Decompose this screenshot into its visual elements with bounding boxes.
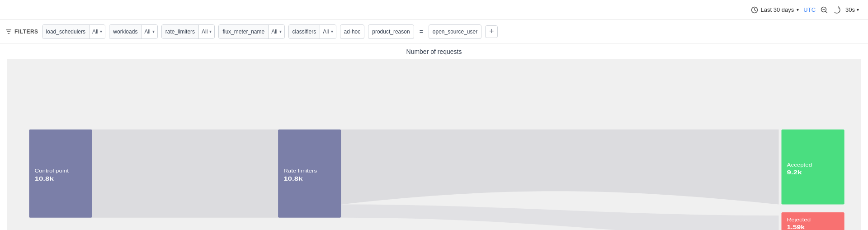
- top-bar: Last 30 days ▾ UTC 30s ▾: [0, 0, 868, 20]
- refresh-icon: [833, 6, 841, 14]
- interval-label: 30s: [845, 6, 855, 13]
- chevron-down-icon: ▾: [797, 7, 799, 12]
- chevron-down-icon-interval: ▾: [857, 7, 859, 12]
- filter-rate-limiters-label: rate_limiters: [162, 25, 199, 38]
- chevron-down-icon: ▾: [209, 29, 212, 34]
- filter-load-schedulers[interactable]: load_schedulers All ▾: [42, 24, 106, 39]
- time-controls: Last 30 days ▾ UTC 30s ▾: [751, 6, 859, 14]
- open-source-user-filter[interactable]: open_source_user: [429, 24, 481, 39]
- filter-rate-limiters[interactable]: rate_limiters All ▾: [161, 24, 215, 39]
- time-range-label: Last 30 days: [761, 6, 794, 13]
- chevron-down-icon: ▾: [152, 29, 155, 34]
- filter-workloads[interactable]: workloads All ▾: [109, 24, 157, 39]
- clock-icon: [751, 6, 758, 14]
- chevron-down-icon: ▾: [279, 29, 282, 34]
- svg-line-3: [826, 11, 827, 13]
- filter-load-schedulers-label: load_schedulers: [42, 25, 90, 38]
- filter-classifiers-label: classifiers: [289, 25, 321, 38]
- refresh-button[interactable]: [833, 6, 841, 14]
- filter-flux-meter-name-label: flux_meter_name: [219, 25, 269, 38]
- sankey-svg: Control point 10.8k Rate limiters 10.8k …: [7, 59, 861, 230]
- filter-workloads-label: workloads: [109, 25, 142, 38]
- filters-label-container: FILTERS: [5, 29, 38, 35]
- zoom-out-icon: [820, 6, 828, 14]
- filter-flux-meter-name-select[interactable]: All ▾: [269, 25, 284, 38]
- filter-workloads-value: All: [144, 29, 150, 35]
- filters-bar: FILTERS load_schedulers All ▾ workloads …: [0, 20, 868, 43]
- node-rejected-value: 1.59k: [787, 224, 805, 230]
- timezone-label[interactable]: UTC: [803, 6, 816, 13]
- chart-title: Number of requests: [7, 48, 861, 55]
- node-accepted-label: Accepted: [787, 162, 812, 168]
- chart-container: Number of requests Control point 10.8k R…: [0, 43, 868, 230]
- flow-cp-to-rl: [92, 129, 278, 218]
- filter-workloads-select[interactable]: All ▾: [142, 25, 157, 38]
- filter-flux-meter-name[interactable]: flux_meter_name All ▾: [218, 24, 284, 39]
- add-filter-button[interactable]: +: [485, 25, 498, 38]
- filter-rate-limiters-select[interactable]: All ▾: [199, 25, 214, 38]
- filter-load-schedulers-value: All: [92, 29, 98, 35]
- node-rl-value: 10.8k: [283, 175, 303, 182]
- node-rejected-label: Rejected: [787, 217, 811, 222]
- filter-classifiers-value: All: [323, 29, 329, 35]
- filter-flux-meter-name-value: All: [271, 29, 277, 35]
- filter-classifiers[interactable]: classifiers All ▾: [288, 24, 336, 39]
- filter-icon: [5, 29, 12, 35]
- product-reason-filter[interactable]: product_reason: [368, 24, 414, 39]
- filter-classifiers-select[interactable]: All ▾: [320, 25, 335, 38]
- interval-button[interactable]: 30s ▾: [845, 6, 859, 13]
- chevron-down-icon: ▾: [331, 29, 333, 34]
- filter-rate-limiters-value: All: [202, 29, 208, 35]
- equals-operator: =: [418, 28, 425, 35]
- sankey-diagram: Control point 10.8k Rate limiters 10.8k …: [7, 59, 861, 230]
- node-cp-value: 10.8k: [35, 175, 54, 182]
- node-cp-label: Control point: [35, 168, 69, 174]
- ad-hoc-tag[interactable]: ad-hoc: [340, 24, 365, 39]
- zoom-out-button[interactable]: [820, 6, 828, 14]
- chevron-down-icon: ▾: [100, 29, 102, 34]
- filter-load-schedulers-select[interactable]: All ▾: [90, 25, 105, 38]
- time-range-button[interactable]: Last 30 days ▾: [751, 6, 799, 14]
- node-accepted-value: 9.2k: [787, 169, 802, 176]
- filters-text: FILTERS: [14, 29, 38, 35]
- node-rl-label: Rate limiters: [283, 168, 317, 174]
